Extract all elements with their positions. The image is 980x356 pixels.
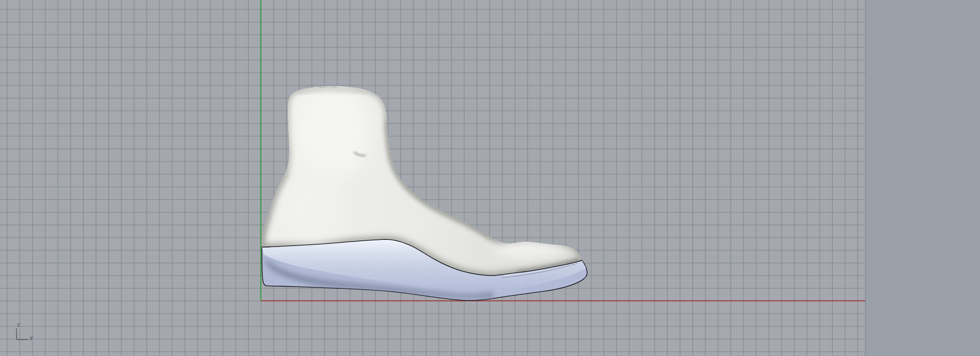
cad-viewport[interactable]: z y	[0, 0, 980, 356]
construction-grid	[0, 0, 866, 356]
viewport-canvas[interactable]: z y	[0, 0, 980, 356]
last-midfoot-highlight	[281, 169, 343, 249]
last-ankle-highlight	[294, 82, 370, 180]
axis-gizmo-y-label: y	[30, 334, 33, 340]
axis-gizmo-z-label: z	[17, 321, 20, 328]
